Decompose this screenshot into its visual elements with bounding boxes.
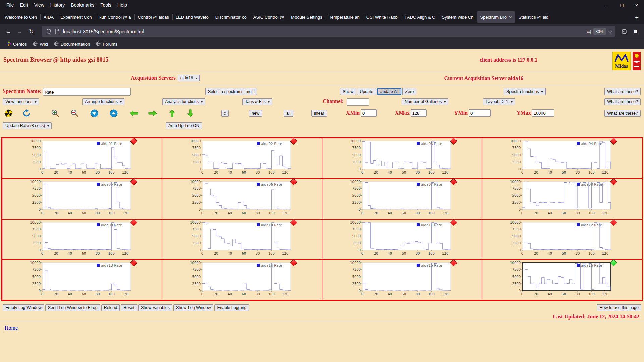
tab-led-and-wavefo[interactable]: LED and Wavefo bbox=[172, 11, 212, 23]
tab-gsi-white-rabb[interactable]: GSI White Rabb bbox=[363, 11, 401, 23]
tab-run-control-a[interactable]: Run Control @ a bbox=[95, 11, 134, 23]
menu-help[interactable]: Help bbox=[114, 1, 130, 9]
bookmark-wiki[interactable]: Wiki bbox=[30, 40, 51, 48]
shield-icon[interactable] bbox=[44, 27, 53, 36]
what-are-these-button[interactable]: What are these? bbox=[604, 88, 641, 95]
spectrum-chart-aida08[interactable]: 025005000750010000020406080100120aida08 … bbox=[507, 180, 618, 218]
zoom-level-chip[interactable]: 80% bbox=[593, 28, 606, 35]
bookmark-star-icon[interactable]: ☆ bbox=[608, 28, 612, 35]
spectrum-chart-aida02[interactable]: 025005000750010000020406080100120aida02 … bbox=[187, 139, 298, 178]
view-functions-dropdown[interactable]: View functions bbox=[3, 98, 39, 105]
save-to-pocket-icon[interactable] bbox=[619, 26, 630, 37]
tab-statistics-aid[interactable]: Statistics @ aid bbox=[515, 11, 552, 23]
refresh-icon[interactable] bbox=[21, 109, 32, 118]
bookmark-documentation[interactable]: Documentation bbox=[51, 40, 93, 48]
menu-view[interactable]: View bbox=[31, 1, 47, 9]
spectrum-chart-aida03[interactable]: 025005000750010000020406080100120aida03 … bbox=[347, 139, 458, 178]
bookmark-forums[interactable]: Forums bbox=[93, 40, 120, 48]
spectra-functions-dropdown[interactable]: Spectra functions bbox=[504, 88, 546, 95]
arrow-up-icon[interactable] bbox=[167, 109, 177, 118]
tab-welcome-to-cen[interactable]: Welcome to Cen bbox=[1, 11, 40, 23]
page-info-icon[interactable] bbox=[53, 27, 62, 36]
tab-fadc-align-c[interactable]: FADC Align & C bbox=[401, 11, 439, 23]
spectrum-chart-aida16[interactable]: 025005000750010000020406080100120aida16 … bbox=[507, 261, 618, 299]
tab-temperature-an[interactable]: Temperature an bbox=[326, 11, 363, 23]
all-button[interactable]: all bbox=[284, 110, 293, 117]
tab-system-wide-ch[interactable]: System wide Ch bbox=[439, 11, 477, 23]
bookmark-centos[interactable]: Centos bbox=[3, 40, 30, 48]
close-icon[interactable]: × bbox=[629, 1, 644, 9]
xmin-input[interactable] bbox=[361, 109, 377, 117]
menu-file[interactable]: File bbox=[3, 1, 17, 9]
x-button[interactable]: x bbox=[221, 110, 229, 117]
reset-button[interactable]: Reset bbox=[121, 304, 137, 311]
menu-tools[interactable]: Tools bbox=[97, 1, 114, 9]
zero-button[interactable]: Zero bbox=[402, 88, 417, 95]
spectrum-chart-aida12[interactable]: 025005000750010000020406080100120aida12 … bbox=[507, 221, 618, 259]
show-log-window-button[interactable]: Show Log Window bbox=[173, 304, 214, 311]
minimize-icon[interactable]: – bbox=[600, 1, 614, 9]
spectrum-chart-aida06[interactable]: 025005000750010000020406080100120aida06 … bbox=[187, 180, 298, 218]
enable-logging-button[interactable]: Enable Logging bbox=[214, 304, 249, 311]
empty-log-window-button[interactable]: Empty Log Window bbox=[3, 304, 44, 311]
new-button[interactable]: new bbox=[249, 110, 262, 117]
menu-history[interactable]: History bbox=[47, 1, 68, 9]
what-are-these-button[interactable]: What are these? bbox=[604, 110, 641, 117]
url-bar[interactable]: localhost:8015/Spectrum/Spectrum.tml ▤ 8… bbox=[42, 26, 615, 37]
spectrum-chart-aida04[interactable]: 025005000750010000020406080100120aida04 … bbox=[507, 139, 618, 178]
maximize-icon[interactable]: □ bbox=[614, 1, 629, 9]
spectrum-chart-aida01[interactable]: 025005000750010000020406080100120aida01 … bbox=[27, 139, 138, 178]
auto-update-button[interactable]: Auto Update ON bbox=[166, 122, 202, 129]
analysis-functions-dropdown[interactable]: Analysis functions bbox=[162, 98, 205, 105]
scroll-up-icon[interactable] bbox=[109, 109, 119, 118]
tab-close-icon[interactable]: × bbox=[509, 15, 512, 20]
spectrum-chart-aida05[interactable]: 025005000750010000020406080100120aida05 … bbox=[27, 180, 138, 218]
reader-mode-icon[interactable]: ▤ bbox=[586, 28, 591, 35]
tab-asic-control[interactable]: ASIC Control @ bbox=[250, 11, 288, 23]
reload-button[interactable]: Reload bbox=[101, 304, 120, 311]
arrow-down-icon[interactable] bbox=[185, 109, 195, 118]
channel-input[interactable] bbox=[347, 98, 369, 106]
ymin-input[interactable] bbox=[469, 109, 491, 117]
tab-discriminator-co[interactable]: Discriminator co bbox=[212, 11, 250, 23]
spectrum-chart-aida07[interactable]: 025005000750010000020406080100120aida07 … bbox=[347, 180, 458, 218]
tab-module-settings[interactable]: Module Settings bbox=[288, 11, 326, 23]
spectrum-chart-aida15[interactable]: 025005000750010000020406080100120aida15 … bbox=[347, 261, 458, 299]
what-are-these-button[interactable]: What are these? bbox=[604, 98, 641, 105]
zoom-in-icon[interactable] bbox=[50, 109, 60, 118]
scroll-down-icon[interactable] bbox=[89, 109, 99, 118]
back-icon[interactable]: ← bbox=[3, 26, 14, 37]
spectrum-name-input[interactable] bbox=[43, 88, 131, 96]
linear-button[interactable]: linear bbox=[311, 110, 327, 117]
spectrum-chart-aida14[interactable]: 025005000750010000020406080100120aida14 … bbox=[187, 261, 298, 299]
menu-edit[interactable]: Edit bbox=[17, 1, 31, 9]
tab-control-aidas[interactable]: Control @ aidas bbox=[134, 11, 172, 23]
arrange-functions-dropdown[interactable]: Arrange functions bbox=[82, 98, 124, 105]
number-of-galleries-dropdown[interactable]: Number of Galleries bbox=[402, 98, 448, 105]
zoom-out-icon[interactable] bbox=[70, 109, 80, 118]
multi-button[interactable]: multi bbox=[243, 88, 257, 95]
spectrum-chart-aida13[interactable]: 025005000750010000020406080100120aida13 … bbox=[27, 261, 138, 299]
radiation-icon[interactable] bbox=[3, 109, 13, 118]
new-tab-button[interactable]: + bbox=[631, 14, 643, 24]
how-to-use-button[interactable]: How to use this page bbox=[597, 304, 641, 311]
tab-experiment-con[interactable]: Experiment Con bbox=[57, 11, 95, 23]
arrow-right-icon[interactable] bbox=[148, 109, 158, 118]
menu-hamburger-icon[interactable]: ≡ bbox=[630, 26, 641, 37]
show-variables-button[interactable]: Show Variables bbox=[138, 304, 172, 311]
arrow-left-icon[interactable] bbox=[129, 109, 139, 118]
spectrum-chart-aida09[interactable]: 025005000750010000020406080100120aida09 … bbox=[27, 221, 138, 259]
send-log-window-to-elog-button[interactable]: Send Log Window to ELog bbox=[45, 304, 100, 311]
tags-fits-dropdown[interactable]: Tags & Fits bbox=[242, 98, 272, 105]
spectrum-chart-aida11[interactable]: 025005000750010000020406080100120aida11 … bbox=[347, 221, 458, 259]
tab-aida[interactable]: AIDA bbox=[40, 11, 57, 23]
xmax-input[interactable] bbox=[411, 109, 427, 117]
tab-spectrum-bro[interactable]: Spectrum Bro× bbox=[477, 11, 515, 23]
home-link[interactable]: Home bbox=[5, 325, 18, 331]
update-all-button[interactable]: Update All bbox=[377, 88, 401, 95]
ymax-input[interactable] bbox=[532, 109, 554, 117]
menu-bookmarks[interactable]: Bookmarks bbox=[68, 1, 97, 9]
update-rate-dropdown[interactable]: Update Rate (8 secs) bbox=[3, 122, 52, 129]
acquisition-server-select[interactable]: aida16 bbox=[178, 75, 200, 81]
layout-id-dropdown[interactable]: Layout ID=1 bbox=[483, 98, 515, 105]
